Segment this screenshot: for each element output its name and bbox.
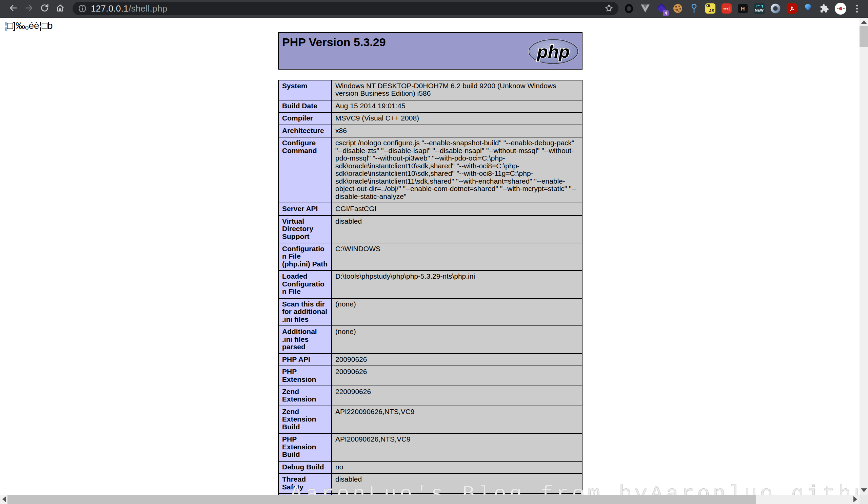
bookmark-star-icon[interactable]: [604, 3, 614, 13]
horizontal-scrollbar-thumb[interactable]: [8, 495, 756, 504]
row-label: Configuration File (php.ini) Path: [278, 243, 332, 271]
row-label: Configure Command: [278, 137, 332, 203]
scroll-down-arrow-icon[interactable]: [861, 488, 867, 492]
php-logo: php: [528, 38, 579, 65]
row-value: x86: [332, 125, 582, 137]
row-label: Virtual Directory Support: [278, 215, 332, 243]
profile-avatar[interactable]: [835, 3, 846, 14]
phpinfo-header: PHP Version 5.3.29 php: [278, 32, 582, 70]
pin-extension-icon[interactable]: [688, 3, 700, 14]
table-row: PHP API 20090626: [278, 354, 582, 366]
password-extension-icon[interactable]: •••|: [721, 3, 732, 14]
row-value: (none): [332, 298, 582, 326]
reload-button[interactable]: [37, 1, 52, 16]
row-value: 20090626: [332, 366, 582, 386]
balloon-extension-icon[interactable]: [802, 3, 814, 14]
site-info-icon[interactable]: [78, 4, 87, 13]
table-row: Scan this dir for additional .ini files …: [278, 298, 582, 326]
row-label: System: [278, 80, 332, 100]
table-row: PHP Extension Build API20090626,NTS,VC9: [278, 433, 582, 461]
puzzle-extensions-icon[interactable]: [818, 3, 830, 14]
row-label: Architecture: [278, 125, 332, 137]
kebab-menu-icon[interactable]: [851, 3, 862, 14]
table-row: Thread Safety disabled: [278, 473, 582, 493]
row-value: Aug 15 2014 19:01:45: [332, 100, 582, 112]
row-value: MSVC9 (Visual C++ 2008): [332, 112, 582, 124]
scroll-right-arrow-icon[interactable]: [854, 496, 857, 502]
page-viewport: ¦□]‰ₒéè¦□b PHP Version 5.3.29 php System: [0, 18, 859, 495]
row-value: disabled: [332, 215, 582, 243]
php-logo-text: php: [536, 41, 570, 61]
url-path: /shell.php: [128, 3, 167, 13]
row-label: Debug Build: [278, 461, 332, 473]
row-label: Zend Extension: [278, 386, 332, 406]
back-icon: [9, 3, 18, 14]
table-row: Zend Extension Build API220090626,NTS,VC…: [278, 406, 582, 433]
row-value: cscript /nologo configure.js "--enable-s…: [332, 137, 582, 203]
row-label: PHP Extension Build: [278, 433, 332, 461]
row-label: Scan this dir for additional .ini files: [278, 298, 332, 326]
acrobat-extension-icon[interactable]: [786, 3, 797, 14]
row-label: Loaded Configuration File: [278, 271, 332, 298]
cookie-extension-icon[interactable]: [672, 3, 683, 14]
v-extension-icon[interactable]: [640, 3, 651, 14]
url-text: 127.0.0.1/shell.php: [91, 3, 604, 14]
table-row: Virtual Directory Support disabled: [278, 215, 582, 243]
h-extension-icon[interactable]: H: [737, 3, 749, 14]
row-label: Compiler: [278, 112, 332, 124]
home-icon: [55, 3, 65, 14]
js-extension-label: JS: [709, 8, 714, 13]
vertical-scrollbar-thumb[interactable]: [859, 26, 868, 47]
table-row: Server API CGI/FastCGI: [278, 203, 582, 215]
table-row: Architecture x86: [278, 125, 582, 137]
scroll-up-arrow-icon[interactable]: [861, 20, 867, 24]
row-value: Windows NT DESKTOP-D0HOH7M 6.2 build 920…: [332, 80, 582, 100]
browser-toolbar: 127.0.0.1/shell.php 4 JS •••| H: [0, 0, 868, 18]
row-value: 220090626: [332, 386, 582, 406]
row-label: Build Date: [278, 100, 332, 112]
row-value: no: [332, 461, 582, 473]
row-value: API220090626,NTS,VC9: [332, 406, 582, 433]
row-value: (none): [332, 326, 582, 353]
extension-badge: 4: [663, 10, 669, 16]
table-row: Build Date Aug 15 2014 19:01:45: [278, 100, 582, 112]
row-label: Additional .ini files parsed: [278, 326, 332, 353]
table-row: PHP Extension 20090626: [278, 366, 582, 386]
row-label: PHP Extension: [278, 366, 332, 386]
reload-icon: [40, 3, 49, 14]
row-label: Thread Safety: [278, 473, 332, 493]
address-bar[interactable]: 127.0.0.1/shell.php: [73, 2, 619, 15]
php-info-table: System Windows NT DESKTOP-D0HOH7M 6.2 bu…: [278, 80, 582, 495]
table-row: System Windows NT DESKTOP-D0HOH7M 6.2 bu…: [278, 80, 582, 100]
forward-button[interactable]: [21, 1, 37, 16]
php-info-table-body: System Windows NT DESKTOP-D0HOH7M 6.2 bu…: [278, 80, 582, 495]
row-value: API20090626,NTS,VC9: [332, 433, 582, 461]
table-row: Zend Extension 220090626: [278, 386, 582, 406]
row-value: disabled: [332, 473, 582, 493]
row-label: Zend Extension Build: [278, 406, 332, 433]
table-row: Loaded Configuration File D:\tools\phpst…: [278, 271, 582, 298]
table-row: Configure Command cscript /nologo config…: [278, 137, 582, 203]
url-domain: 127.0.0.1: [91, 3, 128, 13]
table-row: Debug Build no: [278, 461, 582, 473]
home-button[interactable]: [52, 1, 68, 16]
table-row: Compiler MSVC9 (Visual C++ 2008): [278, 112, 582, 124]
row-value: CGI/FastCGI: [332, 203, 582, 215]
ring-extension-icon[interactable]: [770, 3, 781, 14]
new-extension-icon[interactable]: NEW: [753, 3, 765, 14]
back-button[interactable]: [6, 1, 21, 16]
scroll-left-arrow-icon[interactable]: [2, 496, 6, 502]
row-label: Server API: [278, 203, 332, 215]
garbled-output-text: ¦□]‰ₒéè¦□b: [5, 20, 53, 31]
horizontal-scrollbar[interactable]: [0, 495, 859, 504]
scrollbar-corner: [859, 495, 868, 504]
diamond-extension-icon[interactable]: 4: [656, 3, 667, 14]
js-extension-icon[interactable]: JS: [705, 3, 716, 14]
row-label: PHP API: [278, 354, 332, 366]
h-extension-label: H: [738, 4, 748, 13]
table-row: Additional .ini files parsed (none): [278, 326, 582, 353]
new-extension-label: NEW: [755, 9, 764, 12]
phpinfo-column: PHP Version 5.3.29 php System Windows NT…: [278, 32, 582, 495]
oval-ring-extension-icon[interactable]: [623, 3, 635, 14]
vertical-scrollbar[interactable]: [859, 18, 868, 495]
